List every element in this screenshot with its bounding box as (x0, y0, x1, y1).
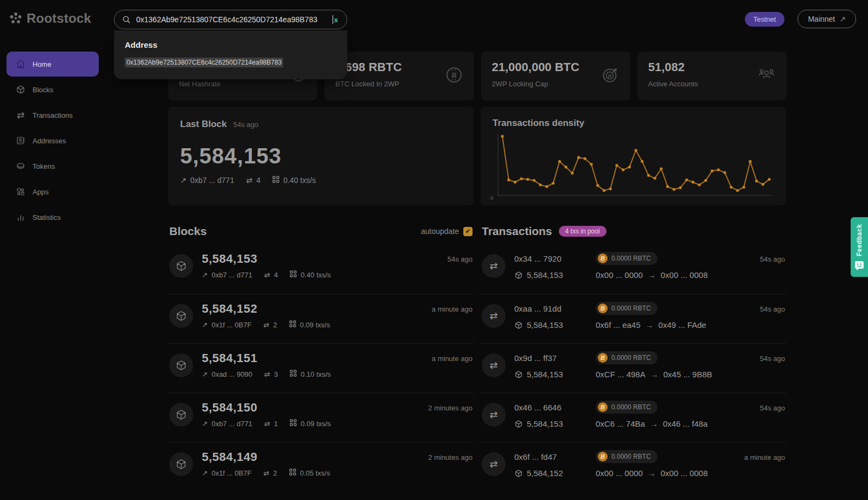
autoupdate-control: autoupdate ✔ (421, 227, 473, 236)
block-number-link[interactable]: 5,584,150 (202, 401, 428, 415)
tx-amount-pill: B 0.0000 RBTC (596, 252, 658, 265)
tx-to-address[interactable]: 0x46 ... f48a (663, 419, 708, 428)
search-input[interactable]: 0x1362Ab9e72513807CE6c4c26250D7214ea98B7… (114, 10, 347, 29)
swap-icon: ⇄ (482, 403, 506, 427)
transaction-row[interactable]: ⇄ 0x46 ... 6646 B 0.0000 RBTC 5,584,153 (481, 393, 786, 442)
tx-hash-link[interactable]: 0xaa ... 91dd (514, 304, 596, 313)
sidebar-item-label: Addresses (33, 137, 66, 145)
bitcoin-target-icon: B (601, 66, 620, 86)
tx-count-icon: ⇄ (264, 420, 270, 428)
blocks-title: Blocks (169, 225, 207, 238)
tx-block-ref[interactable]: 5,584,153 (514, 270, 596, 280)
block-miner[interactable]: 0x1f ... 0B7F (212, 469, 252, 477)
cube-icon (169, 452, 193, 476)
tx-block-number[interactable]: 5,584,153 (527, 270, 563, 280)
transaction-row[interactable]: ⇄ 0x34 ... 7920 B 0.0000 RBTC 5,584,153 (481, 244, 786, 294)
sidebar-item-statistics[interactable]: Statistics (7, 205, 99, 230)
clear-search-button[interactable]: x (333, 16, 339, 24)
last-block-ago: 54s ago (233, 121, 258, 129)
transaction-row[interactable]: ⇄ 0xaa ... 91dd B 0.0000 RBTC 5,584,153 (481, 294, 786, 343)
swap-icon: ⇄ (15, 110, 26, 121)
tx-block-ref[interactable]: 5,584,153 (514, 370, 596, 379)
block-number-link[interactable]: 5,584,149 (202, 450, 428, 464)
bar-chart-icon (15, 212, 26, 222)
stat-value: 51,082 (648, 60, 698, 74)
tx-hash-link[interactable]: 0x9d ... ff37 (514, 353, 596, 363)
tx-block-ref[interactable]: 5,584,152 (514, 469, 596, 478)
mainnet-button[interactable]: Mainnet ↗ (797, 10, 856, 28)
tx-amount: 0.0000 RBTC (611, 403, 651, 411)
block-number-link[interactable]: 5,584,153 (202, 252, 448, 266)
autoupdate-checkbox[interactable]: ✔ (463, 227, 473, 236)
sidebar-item-blocks[interactable]: Blocks (7, 77, 99, 102)
grid-icon (290, 270, 297, 279)
grid-icon (289, 320, 296, 329)
miner-arrow-icon: ↗ (202, 420, 208, 428)
testnet-button[interactable]: Testnet (745, 12, 785, 27)
rbtc-icon: B (598, 303, 608, 313)
block-number-link[interactable]: 5,584,152 (202, 302, 432, 316)
last-block-tx-count: 4 (256, 176, 260, 185)
suggestion-group-title: Address (125, 40, 336, 49)
tx-from-address[interactable]: 0xCF ... 498A (596, 370, 646, 379)
tx-hash-link[interactable]: 0x46 ... 6646 (514, 403, 596, 412)
tx-block-number[interactable]: 5,584,153 (527, 419, 563, 428)
tx-to-address[interactable]: 0x00 ... 0008 (661, 270, 708, 280)
tx-amount: 0.0000 RBTC (611, 305, 651, 312)
block-row[interactable]: 5,584,153 ↗ 0xb7 ... d771 ⇄ 4 0.40 txs/s… (168, 244, 474, 294)
last-block-miner[interactable]: 0xb7 ... d771 (190, 176, 234, 185)
tx-from-address[interactable]: 0x00 ... 0000 (596, 469, 643, 478)
transactions-title: Transactions (482, 225, 552, 238)
swap-icon: ⇄ (482, 254, 506, 278)
transaction-row[interactable]: ⇄ 0x9d ... ff37 B 0.0000 RBTC 5,584,153 (481, 343, 786, 393)
block-miner[interactable]: 0x1f ... 0B7F (212, 321, 252, 329)
grid-icon (272, 176, 279, 185)
block-miner[interactable]: 0xad ... 9090 (212, 370, 252, 378)
sidebar-item-home[interactable]: Home (7, 52, 99, 77)
tx-block-number[interactable]: 5,584,153 (527, 320, 563, 330)
transactions-list: ⇄ 0x34 ... 7920 B 0.0000 RBTC 5,584,153 (481, 244, 786, 491)
sidebar-item-tokens[interactable]: Tokens (7, 154, 99, 179)
block-ago: 2 minutes ago (428, 453, 473, 491)
suggestion-address-item[interactable]: 0x1362Ab9e72513807CE6c4c26250D7214ea98B7… (125, 58, 283, 67)
search-value[interactable]: 0x1362Ab9e72513807CE6c4c26250D7214ea98B7… (136, 15, 333, 24)
last-block-number[interactable]: 5,584,153 (180, 144, 462, 168)
sidebar-item-apps[interactable]: Apps (7, 179, 99, 204)
transaction-row[interactable]: ⇄ 0x6f ... fd47 B 0.0000 RBTC 5,584,152 (481, 442, 786, 491)
id-card-icon (15, 136, 26, 145)
tx-from-address[interactable]: 0x00 ... 0000 (596, 270, 643, 280)
tx-block-ref[interactable]: 5,584,153 (514, 320, 596, 330)
block-row[interactable]: 5,584,150 ↗ 0xb7 ... d771 ⇄ 1 0.09 txs/s… (168, 393, 474, 442)
block-ago: a minute ago (432, 355, 473, 393)
block-number-link[interactable]: 5,584,151 (202, 351, 432, 365)
block-row[interactable]: 5,584,152 ↗ 0x1f ... 0B7F ⇄ 2 0.09 txs/s… (168, 294, 474, 343)
block-tx-count: 1 (274, 420, 278, 428)
sidebar-item-label: Statistics (33, 213, 61, 221)
tx-block-ref[interactable]: 5,584,153 (514, 419, 596, 428)
tx-count-icon: ⇄ (264, 469, 270, 477)
sidebar-item-label: Apps (33, 188, 49, 196)
feedback-tab-button[interactable]: Feedback (851, 217, 868, 277)
tx-to-address[interactable]: 0x00 ... 0008 (661, 469, 708, 478)
miner-arrow-icon: ↗ (180, 176, 187, 185)
miner-arrow-icon: ↗ (202, 469, 208, 477)
sidebar-item-addresses[interactable]: Addresses (7, 128, 99, 153)
txs-in-pool-badge: 4 txs in pool (559, 226, 607, 237)
sidebar-item-transactions[interactable]: ⇄ Transactions (7, 103, 99, 128)
rbtc-icon: B (598, 353, 608, 363)
rootstock-logo[interactable]: Rootstock (9, 11, 91, 26)
tx-hash-link[interactable]: 0x34 ... 7920 (514, 254, 596, 263)
block-miner[interactable]: 0xb7 ... d771 (212, 420, 252, 428)
tx-from-address[interactable]: 0x6f ... ea45 (596, 320, 641, 330)
tx-block-number[interactable]: 5,584,153 (527, 370, 563, 379)
tx-hash-link[interactable]: 0x6f ... fd47 (514, 452, 596, 461)
block-rate: 0.10 txs/s (301, 370, 331, 378)
block-row[interactable]: 5,584,151 ↗ 0xad ... 9090 ⇄ 3 0.10 txs/s… (168, 343, 474, 393)
app-root: Rootstock 0x1362Ab9e72513807CE6c4c26250D… (0, 0, 868, 500)
tx-from-address[interactable]: 0xC6 ... 74Ba (596, 419, 645, 428)
block-miner[interactable]: 0xb7 ... d771 (212, 271, 252, 279)
block-row[interactable]: 5,584,149 ↗ 0x1f ... 0B7F ⇄ 2 0.05 txs/s… (168, 442, 474, 491)
tx-block-number[interactable]: 5,584,152 (527, 469, 563, 478)
tx-to-address[interactable]: 0x49 ... FAde (659, 320, 706, 330)
tx-to-address[interactable]: 0x45 ... 9B8B (663, 370, 712, 379)
